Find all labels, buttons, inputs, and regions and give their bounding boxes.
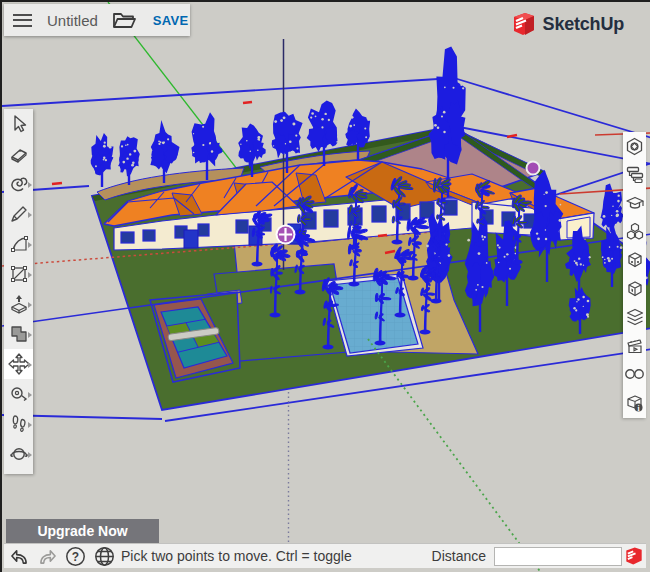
svg-text:i: i (637, 403, 639, 412)
svg-text:?: ? (72, 549, 79, 563)
